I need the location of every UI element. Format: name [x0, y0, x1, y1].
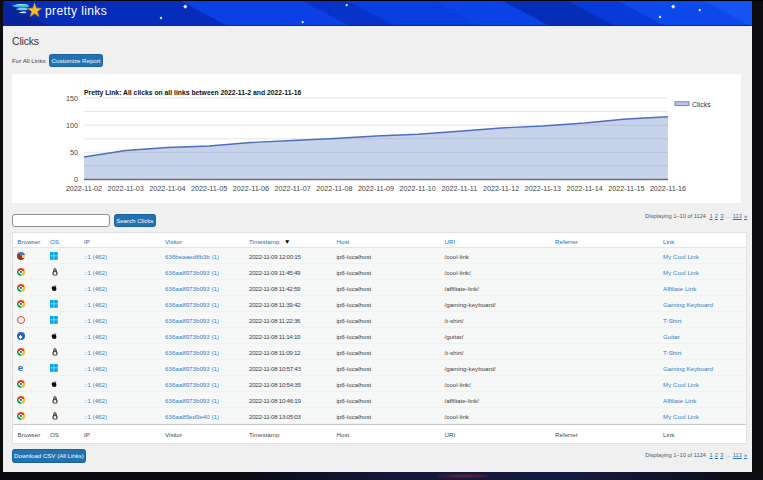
svg-text:2022-11-04: 2022-11-04 [149, 184, 185, 193]
svg-text:2022-11-10: 2022-11-10 [400, 184, 436, 193]
svg-text:2022-11-03: 2022-11-03 [108, 184, 144, 193]
svg-text:2022-11-05: 2022-11-05 [191, 184, 227, 193]
svg-text:2022-11-11: 2022-11-11 [442, 184, 478, 193]
svg-text:2022-11-07: 2022-11-07 [274, 184, 310, 193]
svg-text:2022-11-15: 2022-11-15 [608, 184, 644, 193]
svg-text:150: 150 [66, 94, 78, 103]
svg-text:Pretty Link: All clicks on all: Pretty Link: All clicks on all links bet… [84, 89, 302, 97]
svg-text:0: 0 [74, 175, 78, 184]
svg-text:2022-11-02: 2022-11-02 [66, 184, 102, 193]
svg-text:2022-11-16: 2022-11-16 [650, 184, 686, 193]
svg-text:50: 50 [70, 148, 78, 157]
svg-text:2022-11-14: 2022-11-14 [566, 184, 602, 193]
svg-text:2022-11-12: 2022-11-12 [483, 184, 519, 193]
svg-text:2022-11-06: 2022-11-06 [233, 184, 269, 193]
svg-text:Clicks: Clicks [692, 101, 711, 108]
svg-text:100: 100 [66, 121, 78, 130]
svg-text:2022-11-09: 2022-11-09 [358, 184, 394, 193]
svg-text:2022-11-08: 2022-11-08 [316, 184, 352, 193]
svg-text:2022-11-13: 2022-11-13 [525, 184, 561, 193]
